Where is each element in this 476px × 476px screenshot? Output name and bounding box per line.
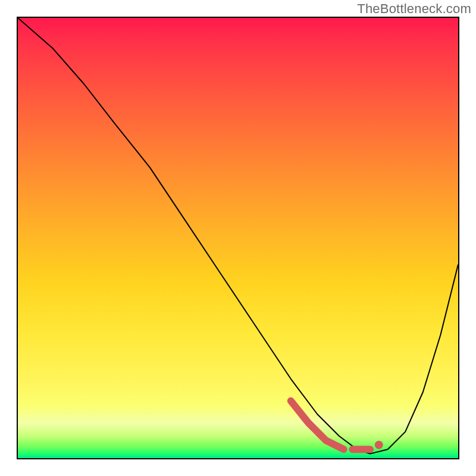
marker-segment-0 bbox=[291, 401, 344, 449]
watermark-text: TheBottleneck.com bbox=[357, 1, 471, 17]
bottleneck-curve bbox=[18, 18, 458, 454]
chart-svg bbox=[18, 18, 458, 458]
plot-area bbox=[17, 17, 459, 459]
chart-frame: TheBottleneck.com bbox=[0, 0, 476, 476]
marker-dot-0 bbox=[375, 441, 383, 449]
optimal-range-marker bbox=[291, 401, 383, 449]
